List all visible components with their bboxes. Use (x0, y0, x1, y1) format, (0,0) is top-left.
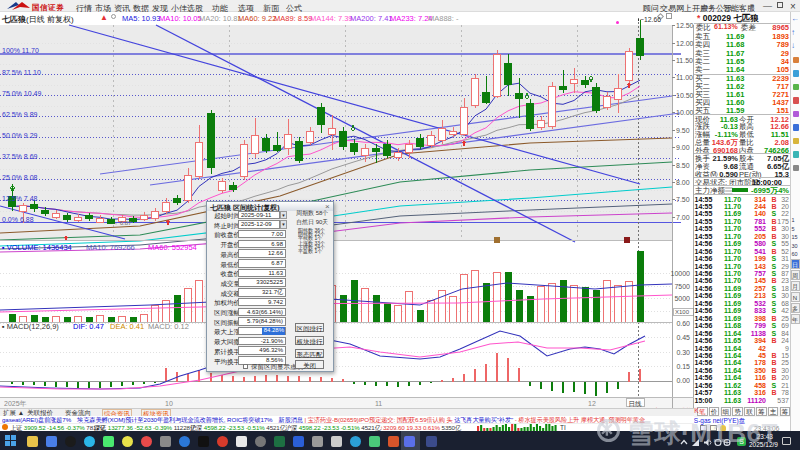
svg-text:7.00: 7.00 (676, 214, 690, 221)
svg-text:0.0% 6.88: 0.0% 6.88 (2, 216, 34, 223)
svg-text:7500: 7500 (674, 283, 690, 290)
svg-text:0.00: 0.00 (676, 377, 690, 384)
svg-text:12.5% 7.48: 12.5% 7.48 (2, 195, 38, 202)
svg-text:7.50: 7.50 (676, 196, 690, 203)
svg-text:62.5% 9.89: 62.5% 9.89 (2, 111, 38, 118)
svg-text:37.5% 8.69: 37.5% 8.69 (2, 153, 38, 160)
svg-text:100% 11.70: 100% 11.70 (2, 47, 39, 54)
svg-text:12: 12 (588, 400, 596, 407)
svg-text:8.00: 8.00 (676, 179, 690, 186)
svg-text:DEA: 0.41: DEA: 0.41 (110, 322, 144, 331)
svg-text:11.50: 11.50 (676, 57, 693, 64)
svg-text:9.50: 9.50 (676, 127, 690, 134)
svg-text:12.00: 12.00 (676, 40, 694, 47)
svg-text:12.50: 12.50 (676, 22, 694, 29)
svg-text:87.5% 11.10: 87.5% 11.10 (2, 69, 41, 76)
svg-text:X100: X100 (675, 309, 690, 315)
svg-text:10000: 10000 (671, 270, 691, 277)
svg-text:日线: 日线 (629, 400, 643, 407)
svg-text:0.45: 0.45 (676, 334, 690, 341)
svg-text:10: 10 (165, 400, 173, 407)
svg-text:~12.66: ~12.66 (640, 16, 661, 23)
svg-text:75.0% 10.49: 75.0% 10.49 (2, 90, 41, 97)
svg-text:▪ VOLUME: 1436434: ▪ VOLUME: 1436434 (2, 243, 72, 252)
svg-text:8.50: 8.50 (676, 162, 690, 169)
svg-text:0.60: 0.60 (676, 320, 690, 327)
svg-text:11.00: 11.00 (676, 74, 693, 81)
svg-text:→ 6.87: → 6.87 (112, 220, 132, 226)
svg-text:MA60: 552954: MA60: 552954 (148, 243, 197, 252)
svg-text:9.00: 9.00 (676, 144, 690, 151)
svg-text:2025年: 2025年 (4, 400, 27, 407)
svg-text:10.50: 10.50 (676, 92, 694, 99)
svg-text:11: 11 (375, 400, 382, 407)
svg-text:MA10: 769266: MA10: 769266 (86, 243, 135, 252)
svg-text:10.00: 10.00 (676, 109, 694, 116)
svg-text:0.15: 0.15 (676, 363, 690, 370)
svg-text:25.0% 8.08: 25.0% 8.08 (2, 174, 38, 181)
svg-text:5000: 5000 (674, 295, 690, 302)
svg-text:50.0% 9.29: 50.0% 9.29 (2, 132, 38, 139)
svg-text:0.30: 0.30 (676, 349, 690, 356)
